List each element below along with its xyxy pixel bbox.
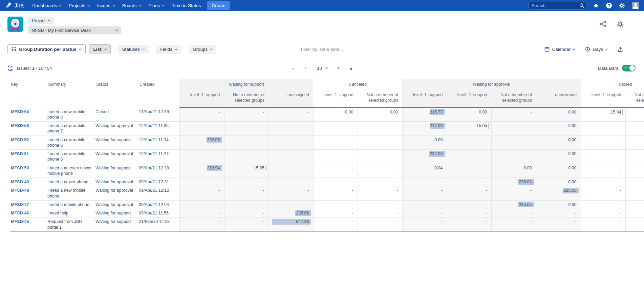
issue-key-link[interactable]: MFSD-49 <box>11 180 29 184</box>
page-size-select[interactable]: 10 <box>317 66 327 71</box>
nav-item-plans[interactable]: Plans <box>145 0 168 11</box>
data-bars-toggle[interactable]: ✓ <box>622 65 636 71</box>
duration-cell: 0.00 <box>536 122 581 136</box>
nav-item-time-in-status[interactable]: Time in Status <box>168 0 205 11</box>
issue-summary-cell: I need a new mobile phone <box>47 186 95 201</box>
group-column-header-level-1-support[interactable]: level_1_support <box>581 89 625 108</box>
group-column-header-level-1-support[interactable]: level_1_support <box>402 89 447 108</box>
duration-cell: 0.00 <box>402 136 447 150</box>
issue-key-link[interactable]: MFSD-46 <box>11 211 29 215</box>
report-type-button[interactable]: Group Duration per Status <box>7 44 86 54</box>
issue-key-cell: MFSD-50 <box>10 164 47 178</box>
nav-item-dashboards[interactable]: Dashboards <box>28 0 65 11</box>
duration-cell <box>625 122 644 136</box>
create-button[interactable]: Create <box>207 1 230 10</box>
duration-cell: - <box>224 178 269 186</box>
duration-cell: - <box>581 136 625 150</box>
duration-value: - <box>441 188 443 193</box>
settings-icon[interactable] <box>619 3 625 8</box>
gear-icon[interactable] <box>617 21 624 28</box>
first-page-button[interactable]: « <box>292 65 294 71</box>
share-icon[interactable] <box>600 21 606 28</box>
group-column-header-unassigned[interactable]: unassigned <box>536 89 581 108</box>
duration-cell <box>625 186 644 201</box>
issue-key-link[interactable]: MFSD-54 <box>11 109 29 114</box>
issue-summary-cell: I need a new mobile phone 6 <box>47 136 95 150</box>
status-group-header-closed: Closed <box>581 79 644 89</box>
chevron-down-icon <box>605 47 608 50</box>
last-page-button[interactable]: » <box>349 65 352 71</box>
group-column-header-level-1-support[interactable]: level_1_support <box>313 89 358 108</box>
duration-value: - <box>352 138 353 142</box>
duration-value: - <box>218 123 220 128</box>
duration-cell: 0.00 <box>491 164 536 178</box>
duration-cell: 0.00 <box>536 200 581 209</box>
list-view-button[interactable]: List <box>89 44 111 54</box>
fields-button[interactable]: Fields <box>156 45 181 54</box>
statuses-button[interactable]: Statuses <box>118 45 149 54</box>
duration-cell: - <box>224 186 269 201</box>
issue-key-link[interactable]: MFSD-53 <box>11 123 29 128</box>
group-column-header-not-a-member-of-selected-groups[interactable]: Not a member of selected groups <box>358 89 402 108</box>
jira-logo[interactable]: Jira <box>5 2 24 9</box>
nav-item-boards[interactable]: Boards <box>119 0 145 11</box>
report-scope-chip[interactable]: Project <box>28 17 54 24</box>
prev-page-button[interactable]: < <box>304 65 307 71</box>
duration-cell: - <box>491 186 536 201</box>
issue-key-link[interactable]: MFSD-47 <box>11 202 29 207</box>
help-icon[interactable]: ? <box>606 3 612 8</box>
duration-cell: 215.77 <box>402 108 447 122</box>
issue-key-link[interactable]: MFSD-51 <box>11 151 29 156</box>
issue-key-cell: MFSD-52 <box>10 136 47 150</box>
issue-key-link[interactable]: MFSD-50 <box>11 166 29 170</box>
announcement-icon[interactable] <box>593 3 599 8</box>
issue-summary-cell: I need a new mobile phone 7 <box>47 122 95 136</box>
issue-key-link[interactable]: MFSD-45 <box>11 219 29 224</box>
duration-value: - <box>307 202 309 207</box>
issue-key-link[interactable]: MFSD-52 <box>11 138 29 142</box>
duration-cell: - <box>179 122 224 136</box>
duration-cell: - <box>491 136 536 150</box>
time-unit-button[interactable]: Days <box>585 47 607 52</box>
refresh-icon[interactable] <box>7 65 13 71</box>
duration-cell: 217.03 <box>402 122 447 136</box>
table-row: MFSD-54I need a new mobile phone 8Closed… <box>10 108 644 122</box>
group-column-header-level-1-support[interactable]: level_1_support <box>179 89 224 108</box>
duration-cell: 0.00 <box>536 150 581 164</box>
duration-cell: - <box>491 108 536 122</box>
group-column-header-not-a-member-of-selected-groups[interactable]: Not a member of selected groups <box>224 89 269 108</box>
group-column-header-unassigned[interactable]: unassigned <box>269 89 313 108</box>
export-button[interactable] <box>618 47 623 52</box>
next-page-button[interactable]: > <box>337 65 340 71</box>
issue-created-cell: 09/Apr/21 11:56 <box>139 209 179 218</box>
duration-cell: - <box>581 186 625 201</box>
groups-button[interactable]: Groups <box>189 45 216 54</box>
column-header-key[interactable]: Key <box>10 79 47 108</box>
nav-item-issues[interactable]: Issues <box>93 0 119 11</box>
nav-item-projects[interactable]: Projects <box>65 0 93 11</box>
issue-date-filter-input[interactable] <box>268 47 376 52</box>
duration-value: - <box>263 180 264 184</box>
duration-value: - <box>620 211 621 215</box>
group-column-header-not-a-member-of-selected-groups[interactable]: Not a member of selected groups <box>625 89 644 108</box>
group-column-header-not-a-member-of-selected-groups[interactable]: Not a member of selected groups <box>491 89 536 108</box>
calendar-button[interactable]: Calendar <box>544 47 575 52</box>
page-size-value: 10 <box>317 66 322 71</box>
search-input[interactable] <box>528 2 586 9</box>
issue-key-link[interactable]: MFSD-48 <box>11 188 29 193</box>
duration-value: - <box>486 211 487 215</box>
project-avatar-icon[interactable] <box>7 17 23 32</box>
issues-table: KeySummaryStatusCreatedWaiting for suppo… <box>10 79 644 232</box>
column-header-summary[interactable]: Summary <box>47 79 95 108</box>
duration-cell: - <box>402 186 447 201</box>
issue-key-cell: MFSD-48 <box>10 186 47 201</box>
column-header-status[interactable]: Status <box>95 79 139 108</box>
column-header-created[interactable]: Created <box>139 79 179 108</box>
project-select[interactable]: MFSD - My First Service Desk <box>28 26 121 34</box>
duration-value: - <box>530 138 532 142</box>
pagination: « < 10 > » <box>292 65 352 71</box>
user-avatar[interactable] <box>632 2 639 9</box>
group-column-header-level-2-support[interactable]: level_2_support <box>447 89 491 108</box>
duration-value: - <box>486 138 487 142</box>
issue-status-cell: Waiting for support <box>95 136 139 150</box>
